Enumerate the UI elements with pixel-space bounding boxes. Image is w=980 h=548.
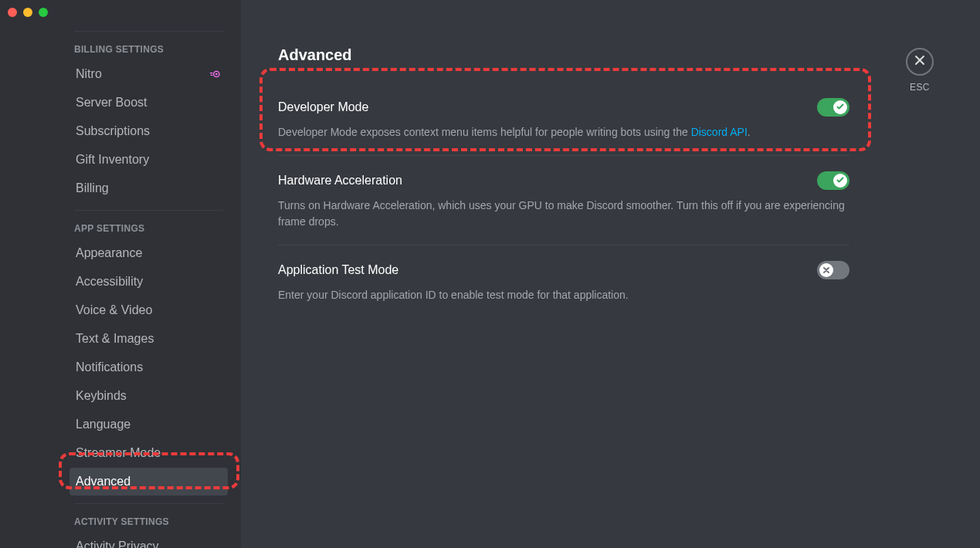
close-icon [914, 54, 926, 69]
sidebar-item-label: Language [76, 417, 131, 432]
developer-mode-toggle[interactable] [817, 98, 849, 117]
setting-head: Application Test Mode [278, 261, 849, 279]
setting-developer-mode: Developer Mode Developer Mode exposes co… [278, 83, 849, 155]
section-header-app: APP SETTINGS [70, 217, 228, 238]
discord-api-link[interactable]: Discord API [691, 126, 748, 138]
hardware-acceleration-toggle[interactable] [817, 171, 849, 190]
sidebar-item-advanced[interactable]: Advanced [70, 468, 228, 496]
sidebar-item-label: Nitro [76, 66, 102, 82]
desc-text-after: . [748, 126, 751, 138]
settings-content: ESC Advanced Developer Mode [241, 0, 980, 548]
sidebar-item-subscriptions[interactable]: Subscriptions [70, 117, 228, 145]
section-divider [74, 31, 223, 32]
sidebar-item-language[interactable]: Language [70, 411, 228, 438]
x-icon [822, 263, 830, 277]
window-close-traffic-light[interactable] [8, 8, 17, 17]
sidebar-item-label: Server Boost [76, 95, 147, 110]
sidebar-inner: BILLING SETTINGS Nitro Server Boost Subs… [70, 31, 228, 548]
sidebar-item-label: Voice & Video [76, 303, 152, 318]
sidebar-item-label: Advanced [76, 474, 131, 489]
sidebar-item-server-boost[interactable]: Server Boost [70, 89, 228, 117]
section-divider [74, 503, 223, 504]
application-test-mode-toggle[interactable] [817, 261, 849, 279]
page-title: Advanced [278, 46, 849, 64]
section-header-billing: BILLING SETTINGS [70, 38, 228, 59]
sidebar-item-label: Accessibility [76, 274, 143, 289]
sidebar-item-label: Subscriptions [76, 123, 150, 139]
setting-title: Developer Mode [278, 100, 368, 114]
sidebar-item-streamer-mode[interactable]: Streamer Mode [70, 439, 228, 467]
close-button[interactable] [906, 48, 934, 76]
desc-text: Developer Mode exposes context menu item… [278, 126, 691, 138]
sidebar-item-appearance[interactable]: Appearance [70, 239, 228, 267]
sidebar-item-text-images[interactable]: Text & Images [70, 325, 228, 353]
window-controls [8, 8, 48, 17]
nitro-icon [209, 68, 222, 80]
sidebar-item-activity-privacy[interactable]: Activity Privacy [70, 533, 228, 548]
sidebar-item-label: Appearance [76, 245, 142, 261]
section-header-activity: ACTIVITY SETTINGS [70, 510, 228, 532]
check-icon [836, 100, 845, 114]
setting-application-test-mode: Application Test Mode Enter your Discord… [278, 245, 849, 318]
window-zoom-traffic-light[interactable] [39, 8, 48, 17]
toggle-knob [833, 100, 847, 114]
sidebar-item-label: Notifications [76, 360, 143, 375]
sidebar-item-keybinds[interactable]: Keybinds [70, 382, 228, 410]
sidebar-item-nitro[interactable]: Nitro [70, 60, 228, 88]
sidebar-item-notifications[interactable]: Notifications [70, 353, 228, 381]
app-root: BILLING SETTINGS Nitro Server Boost Subs… [0, 0, 980, 548]
close-settings: ESC [906, 48, 934, 93]
sidebar-item-billing[interactable]: Billing [70, 174, 228, 202]
check-icon [836, 174, 845, 188]
setting-head: Hardware Acceleration [278, 171, 849, 190]
toggle-knob [833, 174, 847, 188]
sidebar-item-label: Billing [76, 181, 109, 196]
setting-title: Hardware Acceleration [278, 174, 402, 188]
sidebar-item-label: Text & Images [76, 331, 154, 347]
setting-description: Developer Mode exposes context menu item… [278, 124, 849, 140]
sidebar-item-label: Streamer Mode [76, 445, 161, 461]
sidebar-item-accessibility[interactable]: Accessibility [70, 268, 228, 296]
setting-description: Enter your Discord application ID to ena… [278, 287, 849, 303]
svg-point-1 [215, 73, 218, 76]
sidebar-item-label: Keybinds [76, 388, 127, 404]
window-minimize-traffic-light[interactable] [23, 8, 32, 17]
settings-sidebar: BILLING SETTINGS Nitro Server Boost Subs… [0, 0, 241, 548]
sidebar-item-voice-video[interactable]: Voice & Video [70, 296, 228, 324]
sidebar-item-label: Activity Privacy [76, 539, 159, 548]
sidebar-item-label: Gift Inventory [76, 152, 149, 167]
section-divider [74, 210, 223, 211]
setting-description: Turns on Hardware Acceleration, which us… [278, 198, 849, 229]
toggle-knob [819, 263, 833, 277]
setting-title: Application Test Mode [278, 263, 398, 277]
sidebar-item-gift-inventory[interactable]: Gift Inventory [70, 146, 228, 174]
setting-hardware-acceleration: Hardware Acceleration Turns on Hardware … [278, 156, 849, 245]
content-inner: Advanced Developer Mode [278, 46, 849, 318]
esc-label: ESC [906, 82, 934, 93]
setting-head: Developer Mode [278, 98, 849, 117]
